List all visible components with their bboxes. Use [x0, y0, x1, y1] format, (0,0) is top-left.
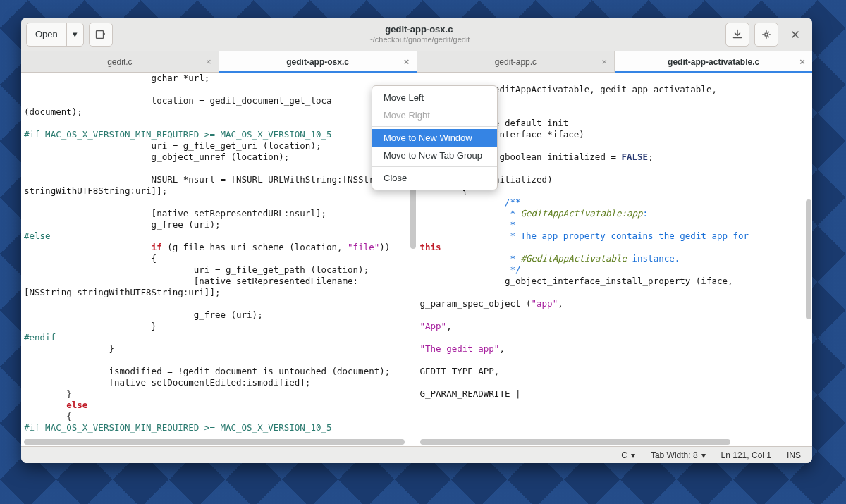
- menu-move-right: Move Right: [372, 106, 497, 124]
- tab-label: gedit-app.c: [495, 57, 537, 67]
- save-button[interactable]: [725, 23, 749, 47]
- new-tab-icon: [95, 29, 106, 40]
- save-icon: [732, 29, 743, 40]
- menu-button[interactable]: [754, 23, 778, 47]
- new-tab-button[interactable]: [89, 23, 113, 47]
- close-window-button[interactable]: [783, 23, 807, 47]
- editor-pane-left[interactable]: gchar *url; location = gedit_document_ge…: [21, 73, 417, 446]
- status-bar: C ▾ Tab Width: 8 ▾ Ln 121, Col 1 INS: [21, 446, 812, 463]
- svg-rect-0: [96, 30, 103, 38]
- tab-gedit-app-osx-c[interactable]: gedit-app-osx.c ×: [219, 51, 417, 72]
- open-button[interactable]: Open ▾: [26, 23, 84, 47]
- tab-group-left: gedit.c × gedit-app-osx.c ×: [21, 51, 417, 72]
- status-position: Ln 121, Col 1: [721, 450, 771, 460]
- open-chevron-icon[interactable]: ▾: [67, 23, 83, 46]
- status-language[interactable]: C ▾: [621, 450, 635, 460]
- app-window: Open ▾ gedit-app-osx.c ~/checkout/gnome/…: [21, 18, 812, 463]
- tab-label: gedit.c: [107, 57, 132, 67]
- window-title: gedit-app-osx.c: [385, 24, 453, 35]
- menu-separator: [372, 126, 497, 127]
- scrollbar-horizontal[interactable]: [24, 439, 405, 445]
- title-group: gedit-app-osx.c ~/checkout/gnome/gedit/g…: [118, 24, 721, 45]
- header-right-cluster: [725, 23, 807, 47]
- menu-move-left[interactable]: Move Left: [372, 89, 497, 106]
- tab-group-right: gedit-app.c × gedit-app-activatable.c ×: [417, 51, 813, 72]
- tab-label: gedit-app-osx.c: [286, 57, 349, 67]
- window-subtitle: ~/checkout/gnome/gedit/gedit: [368, 35, 470, 45]
- tab-close-icon[interactable]: ×: [401, 56, 412, 68]
- status-position-label: Ln 121, Col 1: [721, 450, 771, 460]
- status-tabwidth-label: Tab Width: 8: [651, 450, 698, 460]
- tab-gedit-app-activatable-c[interactable]: gedit-app-activatable.c ×: [615, 51, 812, 72]
- chevron-down-icon: ▾: [631, 450, 635, 460]
- tab-close-icon[interactable]: ×: [203, 56, 214, 68]
- status-tabwidth[interactable]: Tab Width: 8 ▾: [651, 450, 706, 460]
- close-icon: [790, 30, 800, 39]
- menu-move-new-window[interactable]: Move to New Window: [372, 129, 497, 147]
- tab-label: gedit-app-activatable.c: [668, 57, 759, 67]
- scrollbar-horizontal[interactable]: [420, 439, 730, 445]
- tab-bar: gedit.c × gedit-app-osx.c × gedit-app.c …: [21, 51, 812, 73]
- header-bar: Open ▾ gedit-app-osx.c ~/checkout/gnome/…: [21, 18, 812, 51]
- tab-context-menu: Move Left Move Right Move to New Window …: [372, 85, 498, 190]
- menu-move-new-tab-group[interactable]: Move to New Tab Group: [372, 147, 497, 164]
- chevron-down-icon: ▾: [701, 450, 706, 460]
- menu-separator: [372, 166, 497, 167]
- status-insert-label: INS: [787, 450, 801, 460]
- tab-close-icon[interactable]: ×: [599, 56, 610, 68]
- svg-point-1: [765, 32, 768, 35]
- scrollbar-vertical[interactable]: [806, 199, 811, 319]
- status-insert-mode: INS: [787, 450, 801, 460]
- status-language-label: C: [621, 450, 627, 460]
- gear-icon: [761, 29, 772, 40]
- tab-close-icon[interactable]: ×: [797, 56, 808, 68]
- menu-close[interactable]: Close: [372, 169, 497, 187]
- tab-gedit-c[interactable]: gedit.c ×: [21, 51, 219, 72]
- open-label: Open: [27, 23, 66, 46]
- tab-gedit-app-c[interactable]: gedit-app.c ×: [417, 51, 615, 72]
